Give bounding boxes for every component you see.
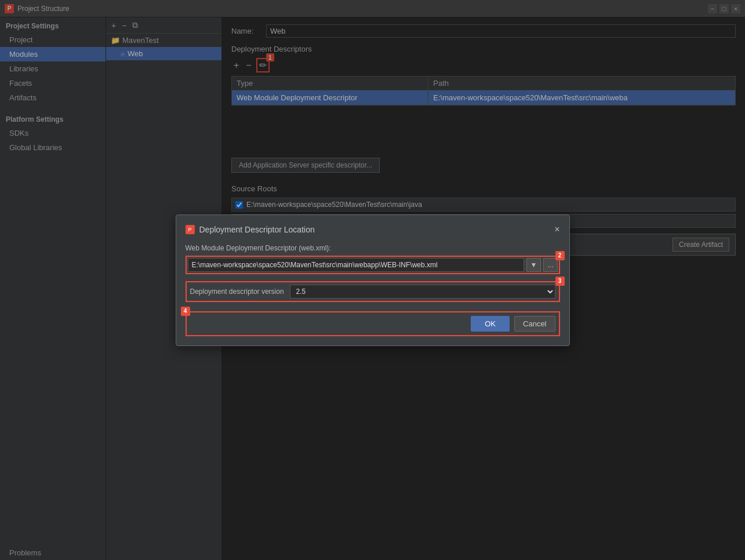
ok-button[interactable]: OK (471, 316, 510, 332)
modal-field-label: Web Module Deployment Descriptor (web.xm… (186, 244, 560, 252)
modal-title-bar: P Deployment Descriptor Location × (186, 224, 560, 235)
modal-overlay: P Deployment Descriptor Location × Web M… (0, 0, 745, 560)
cancel-button[interactable]: Cancel (514, 316, 555, 332)
version-row: 3 Deployment descriptor version 2.5 3.0 … (186, 281, 560, 302)
step-3-badge: 3 (555, 277, 565, 286)
modal-close-button[interactable]: × (554, 224, 559, 235)
main-layout: Project Settings Project Modules Librari… (0, 17, 745, 560)
path-input[interactable] (188, 258, 524, 272)
version-label: Deployment descriptor version (190, 288, 284, 296)
path-dropdown-button[interactable]: ▼ (526, 258, 542, 272)
modal-title: Deployment Descriptor Location (199, 225, 550, 234)
modal-icon: P (186, 225, 195, 234)
deployment-descriptor-modal: P Deployment Descriptor Location × Web M… (176, 214, 570, 346)
modal-buttons: 4 OK Cancel (186, 311, 560, 336)
step-4-badge: 4 (181, 307, 190, 316)
step-2-badge: 2 (555, 251, 565, 260)
version-select[interactable]: 2.5 3.0 3.1 4.0 (290, 285, 555, 299)
main-right: + − ⧉ 📁 MavenTest ◈ Web Name: Deployment… (106, 17, 745, 560)
path-row: 2 ▼ ... (186, 256, 560, 274)
